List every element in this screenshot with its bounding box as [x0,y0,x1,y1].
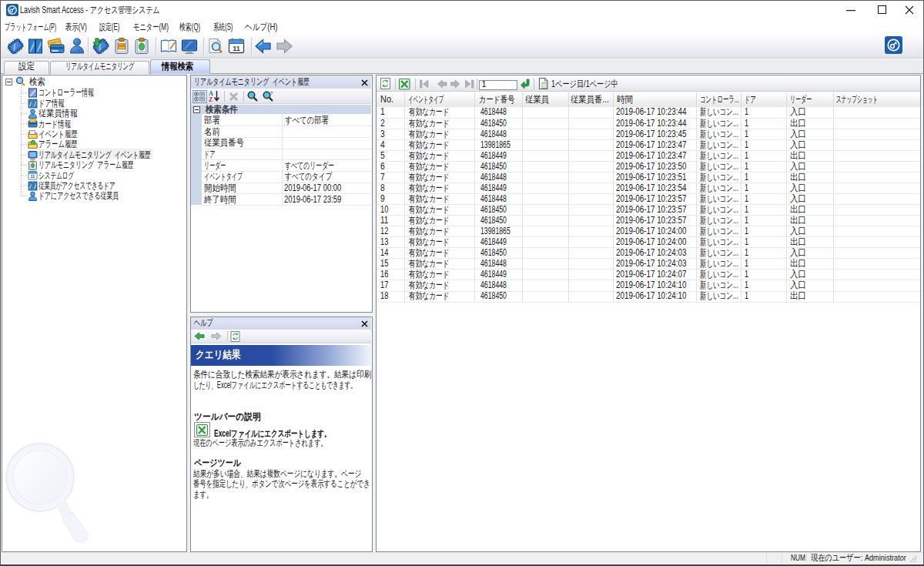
svg-text:11: 11 [233,45,240,52]
svg-text:11: 11 [31,174,35,179]
svg-text:Z: Z [209,96,213,103]
svg-text:?: ? [270,91,273,95]
